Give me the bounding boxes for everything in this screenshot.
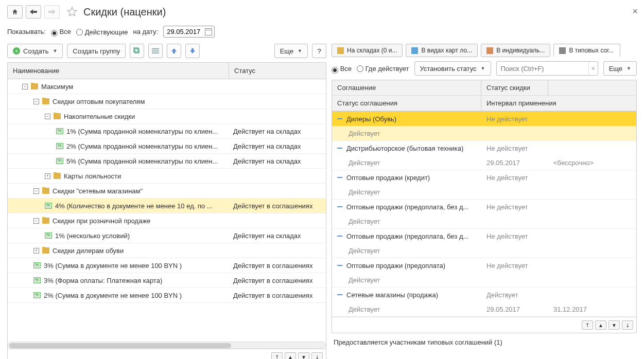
search-wrap: × (496, 61, 598, 76)
discount-icon (33, 292, 41, 298)
tree-row[interactable]: 5% (Сумма проданной номенклатуры по клие… (8, 154, 326, 169)
tree-row[interactable]: −Максимум (8, 79, 326, 94)
date-field[interactable] (166, 27, 202, 36)
tree-row[interactable]: 1% (несколько условий)Действует на склад… (8, 228, 326, 243)
calendar-icon[interactable] (205, 28, 212, 35)
agreement-row[interactable]: Оптовые продажи (предоплата)Не действует… (332, 258, 636, 288)
expand-icon[interactable]: − (22, 84, 28, 89)
rcol-dstatus[interactable]: Статус скидки (481, 80, 548, 96)
grid-down[interactable]: ▼ (298, 352, 309, 359)
expand-icon[interactable]: + (33, 248, 39, 254)
tree-row[interactable]: −Накопительные скидки (8, 109, 326, 124)
tree-row[interactable]: 3% (Сумма в документе не менее 100 BYN )… (8, 258, 326, 273)
date-input[interactable] (163, 26, 215, 38)
favorite-icon[interactable] (66, 6, 78, 18)
agreement-row[interactable]: Дилеры (Обувь)Не действуетДействует (332, 112, 636, 141)
forward-button[interactable] (44, 5, 60, 19)
move-down-button[interactable] (185, 44, 200, 58)
rgrid-last[interactable]: ⤓ (622, 320, 633, 330)
set-status-button[interactable]: Установить статус▼ (414, 61, 491, 76)
tab-warehouses[interactable]: На складах (0 и... (332, 44, 403, 57)
tree-row[interactable]: 4% (Количество в документе не менее 10 е… (8, 199, 326, 213)
create-button[interactable]: +Создать▼ (7, 44, 63, 58)
close-icon[interactable]: × (632, 6, 638, 17)
agreement-name: Оптовые продажи (кредит) (346, 174, 430, 182)
tree-label: Карты лояльности (64, 172, 121, 180)
discount-status: Не действует (481, 230, 636, 243)
search-clear[interactable]: × (588, 62, 598, 75)
tree-row[interactable]: +Скидки дилерам обуви (8, 243, 326, 258)
tree-label: 5% (Сумма проданной номенклатуры по клие… (66, 157, 218, 165)
rcol-astatus[interactable]: Статус соглашения (332, 96, 481, 111)
expand-icon[interactable]: − (33, 188, 39, 194)
agreement-status: Действует (332, 127, 481, 140)
col-status[interactable]: Статус (229, 63, 326, 79)
radio-all-right[interactable]: Все (332, 65, 352, 73)
interval-from (481, 248, 548, 253)
agreement-row[interactable]: Оптовые продажи (кредит)Не действуетДейс… (332, 170, 636, 200)
h-scrollbar[interactable] (8, 342, 326, 349)
list-button[interactable] (148, 44, 163, 58)
interval-from (481, 189, 548, 194)
interval-from: 29.05.2017 (481, 156, 548, 169)
tree-status: Действует на складах (233, 157, 322, 165)
rgrid-first[interactable]: ⤒ (582, 320, 593, 330)
tree-row[interactable]: 2% (Сумма в документе не менее 100 BYN )… (8, 288, 326, 303)
radio-where[interactable]: Где действует (357, 64, 409, 73)
radio-all[interactable]: Все (51, 28, 71, 35)
tab-typical[interactable]: В типовых сог... (553, 44, 620, 57)
help-button[interactable]: ? (312, 44, 326, 58)
folder-icon (42, 98, 49, 104)
agreement-row[interactable]: Оптовые продажи (предоплата, без д...Не … (332, 200, 636, 229)
create-group-button[interactable]: Создать группу (67, 44, 126, 58)
col-name[interactable]: Наименование (8, 63, 229, 79)
tree-row[interactable]: −Скидки при розничной продаже (8, 213, 326, 228)
left-toolbar: +Создать▼ Создать группу Еще▼ ? (7, 44, 326, 58)
grid-up[interactable]: ▲ (285, 352, 296, 359)
tree-label: Скидки оптовым покупателям (53, 98, 145, 105)
folder-icon (42, 247, 49, 254)
search-input[interactable] (500, 64, 588, 73)
filter-bar: Показывать: Все Действующие на дату: (0, 23, 644, 44)
tree-label: Скидки дилерам обуви (53, 247, 124, 255)
discount-tree-grid: Наименование Статус −Максимум−Скидки опт… (7, 62, 326, 359)
rgrid-down[interactable]: ▼ (608, 320, 620, 330)
folder-icon (54, 113, 61, 119)
agreement-row[interactable]: Оптовые продажи (предоплата, без д...Не … (332, 229, 636, 258)
tree-label: Максимум (41, 83, 73, 91)
expand-icon[interactable]: − (45, 114, 50, 119)
tree-status: Действует в соглашениях (233, 277, 322, 284)
agreement-row[interactable]: Сетевые магазины (продажа)ДействуетДейст… (332, 288, 636, 317)
tree-row[interactable]: −Скидки "сетевым магазинам" (8, 184, 326, 199)
agreement-row[interactable]: Дистрибьюторское (бытовая техника)Не дей… (332, 141, 636, 170)
radio-active[interactable]: Действующие (76, 28, 128, 36)
tree-row[interactable]: +Карты лояльности (8, 169, 326, 184)
expand-icon[interactable]: + (45, 173, 50, 179)
tree-status: Действует в соглашениях (233, 202, 322, 210)
tree-row[interactable]: 2% (Сумма проданной номенклатуры по клие… (8, 139, 326, 154)
home-button[interactable] (7, 5, 23, 19)
discount-status: Не действует (481, 201, 636, 213)
tree-row[interactable]: 1% (Сумма проданной номенклатуры по клие… (8, 124, 326, 139)
expand-icon[interactable]: − (33, 99, 39, 104)
grid-first[interactable]: ⤒ (271, 352, 283, 359)
tree-status: Действует на складах (233, 142, 322, 150)
copy-button[interactable] (130, 44, 144, 58)
discount-status: Не действует (481, 113, 636, 125)
back-button[interactable] (26, 5, 41, 19)
expand-icon[interactable]: − (33, 218, 39, 224)
tree-row[interactable]: −Скидки оптовым покупателям (8, 94, 326, 109)
svg-rect-4 (152, 52, 159, 53)
move-up-button[interactable] (167, 44, 181, 58)
more-button-left[interactable]: Еще▼ (274, 44, 308, 58)
tree-label: 3% (Сумма в документе не менее 100 BYN ) (44, 262, 182, 270)
tab-individual[interactable]: В индивидуаль... (481, 44, 550, 57)
tree-label: 3% (Форма оплаты: Платежная карта) (44, 277, 162, 284)
tree-row[interactable]: 3% (Форма оплаты: Платежная карта)Действ… (8, 273, 326, 288)
grid-last[interactable]: ⤓ (311, 352, 323, 359)
tab-card-types[interactable]: В видах карт ло... (406, 44, 478, 57)
rcol-interval[interactable]: Интервал применения (481, 96, 636, 111)
rgrid-up[interactable]: ▲ (595, 320, 606, 330)
more-button-right[interactable]: Еще▼ (603, 61, 637, 76)
rcol-agreement[interactable]: Соглашение (332, 80, 481, 96)
